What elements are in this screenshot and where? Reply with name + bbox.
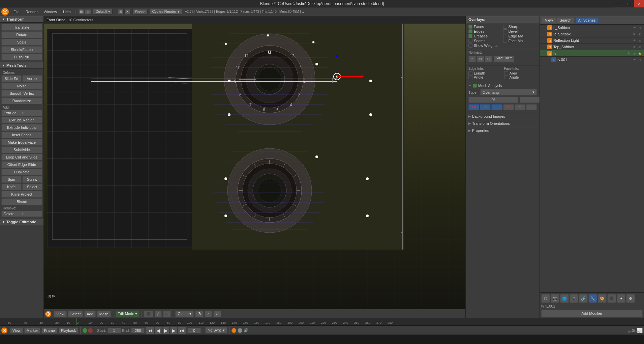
start-frame-input[interactable] bbox=[108, 328, 121, 333]
faces-checkbox[interactable] bbox=[468, 25, 472, 29]
render-icon[interactable]: ◎ bbox=[637, 32, 642, 36]
prop-modifier-icon[interactable]: 🔧 bbox=[588, 294, 597, 303]
axis-plus-z-btn[interactable]: +Z bbox=[491, 104, 502, 110]
vt-select-btn[interactable]: Select bbox=[68, 311, 83, 317]
axis-x-btn[interactable]: X bbox=[503, 104, 514, 110]
normals-face-btn[interactable]: ◻ bbox=[477, 56, 484, 62]
footer-frame-btn[interactable]: Frame bbox=[42, 327, 57, 334]
sharp-checkbox[interactable] bbox=[503, 25, 507, 29]
smooth-vertex-btn[interactable]: Smooth Vertex bbox=[1, 90, 42, 97]
menu-render[interactable]: Render bbox=[23, 9, 40, 15]
add-modifier-btn[interactable]: Add Modifier bbox=[541, 310, 643, 317]
vis-icon[interactable]: 👁 bbox=[632, 57, 637, 62]
outliner-item-r-softbox[interactable]: ◻ R_Softbox 👁 ◎ bbox=[540, 31, 644, 37]
vis-icon[interactable]: 👁 bbox=[632, 45, 637, 49]
select-btn[interactable]: Select bbox=[22, 183, 42, 190]
vt-proportional-btn[interactable]: ○ bbox=[205, 311, 212, 317]
extrude-region-btn[interactable]: Extrude Region bbox=[1, 117, 42, 123]
prev-keyframe-btn[interactable]: ⏮ bbox=[146, 327, 154, 334]
menu-help[interactable]: Help bbox=[60, 9, 73, 15]
bg-images-collapsed[interactable]: ▶ Background Images bbox=[468, 114, 537, 118]
edge-ma-checkbox[interactable] bbox=[503, 34, 507, 38]
lock-icon[interactable]: 🔒 bbox=[637, 51, 642, 56]
outliner-item-l-softbox[interactable]: ◻ L_Softbox 👁 ◎ bbox=[540, 25, 644, 31]
render-icon[interactable]: ◎ bbox=[637, 38, 642, 43]
search-tab[interactable]: Search bbox=[557, 17, 575, 23]
seams-checkbox[interactable] bbox=[468, 39, 472, 43]
prop-material-icon[interactable]: 🎨 bbox=[598, 294, 607, 303]
slide-edge-btn[interactable]: Slide Ed bbox=[1, 75, 22, 82]
prop-constraint-icon[interactable]: 🔗 bbox=[579, 294, 588, 303]
offset-edge-slide-btn[interactable]: Offset Edge Slide bbox=[1, 161, 42, 168]
mesh-analysis-toggle[interactable] bbox=[473, 84, 477, 88]
angle-input-1[interactable] bbox=[468, 97, 518, 103]
extrude-dropdown[interactable]: Extrude ▾ bbox=[1, 110, 42, 116]
view-tab[interactable]: View bbox=[542, 17, 556, 23]
vt-onion-btn[interactable]: ⊙ bbox=[213, 311, 221, 317]
next-keyframe-btn[interactable]: ⏭ bbox=[178, 327, 186, 334]
extrude-individual-btn[interactable]: Extrude Individual bbox=[1, 124, 42, 131]
viewport-3d[interactable]: Front Ortho 10 Centimeters bbox=[44, 16, 465, 318]
vt-add-btn[interactable]: Add bbox=[84, 311, 96, 317]
scene-name[interactable]: Scene bbox=[132, 9, 148, 15]
scene-btn[interactable]: ✕ bbox=[124, 9, 130, 14]
axis-y-btn[interactable]: Y bbox=[515, 104, 525, 110]
play-btn[interactable]: ▶ bbox=[162, 327, 170, 334]
delete-dropdown[interactable]: Delete ▾ bbox=[1, 211, 42, 217]
knife-project-btn[interactable]: Knife Project bbox=[1, 191, 42, 198]
subdivide-btn[interactable]: Subdivide bbox=[1, 146, 42, 153]
maximize-button[interactable]: □ bbox=[624, 0, 634, 7]
edges-checkbox[interactable] bbox=[468, 29, 472, 33]
toggle-editmode-header[interactable]: ▼ Toggle Editmode bbox=[0, 219, 43, 225]
layout-btn2[interactable]: ⊞ bbox=[118, 9, 124, 14]
make-edge-face-btn[interactable]: Make Edge/Face bbox=[1, 139, 42, 146]
face-ma-checkbox[interactable] bbox=[503, 39, 507, 43]
face-angle-checkbox[interactable] bbox=[504, 75, 508, 79]
record-btn-green[interactable] bbox=[83, 328, 87, 333]
knife-btn[interactable]: Knife bbox=[1, 183, 22, 190]
randomize-btn[interactable]: Randomize bbox=[1, 97, 42, 104]
normals-split-btn[interactable]: ⬡ bbox=[485, 56, 492, 62]
vis-icon[interactable]: 👁 bbox=[626, 51, 631, 56]
render-icon[interactable]: ◎ bbox=[637, 57, 642, 62]
prop-particles-icon[interactable]: ✦ bbox=[617, 294, 625, 303]
footer-marker-btn[interactable]: Marker bbox=[24, 327, 40, 334]
minimize-button[interactable]: ─ bbox=[614, 0, 624, 7]
layout-list-btn[interactable]: ✕ bbox=[85, 9, 91, 14]
show-weights-checkbox[interactable] bbox=[468, 44, 472, 48]
vt-vertex-mode[interactable]: ⬛ bbox=[144, 311, 153, 317]
next-frame-btn[interactable]: ▶ bbox=[170, 327, 177, 334]
vt-snap-btn[interactable]: ⦿ bbox=[195, 311, 204, 317]
bevel-checkbox[interactable] bbox=[503, 29, 507, 33]
screw-btn[interactable]: Screw bbox=[22, 176, 42, 183]
type-dropdown[interactable]: Overhang ▾ bbox=[480, 89, 537, 95]
outliner-item-tv-001[interactable]: ◇ tv.001 👁 ◎ bbox=[540, 57, 644, 63]
axis-z-btn[interactable]: Z bbox=[526, 104, 537, 110]
face-area-checkbox[interactable] bbox=[504, 71, 508, 75]
all-scenes-tab[interactable]: All Scenes bbox=[575, 17, 599, 23]
record-btn-red[interactable] bbox=[88, 328, 93, 333]
edge-length-checkbox[interactable] bbox=[468, 71, 472, 75]
transform-section-header[interactable]: ▼ Transform bbox=[0, 16, 43, 23]
transform-orientations-collapsed[interactable]: ▶ Transform Orientations bbox=[468, 121, 537, 125]
vt-mesh-btn[interactable]: Mesh bbox=[97, 311, 111, 317]
render-icon[interactable]: ◎ bbox=[637, 25, 642, 30]
angle-input-2[interactable] bbox=[520, 97, 540, 103]
menu-window[interactable]: Window bbox=[41, 9, 60, 15]
prop-physics-icon[interactable]: ⚙ bbox=[626, 294, 635, 303]
prop-world-icon[interactable]: 🌐 bbox=[560, 294, 569, 303]
prev-frame-btn[interactable]: ◀ bbox=[155, 327, 162, 334]
close-button[interactable]: ✕ bbox=[634, 0, 644, 7]
prop-texture-icon[interactable]: ⬛ bbox=[607, 294, 616, 303]
scale-btn[interactable]: Scale bbox=[1, 39, 42, 46]
edge-angle-checkbox[interactable] bbox=[468, 75, 472, 79]
push-pull-btn[interactable]: Push/Pull bbox=[1, 54, 42, 60]
viewport-canvas[interactable]: 12 1 2 3 4 5 6 7 8 9 10 11 U bbox=[44, 24, 465, 309]
spin-btn[interactable]: Spin bbox=[1, 176, 22, 183]
outliner-item-reflection-light[interactable]: ◻ Reflection Light 👁 ◎ bbox=[540, 37, 644, 44]
no-sync-btn[interactable]: No Sync ▾ bbox=[205, 327, 227, 334]
prop-scene-icon[interactable]: ⬡ bbox=[541, 294, 550, 303]
layout-grid-btn[interactable]: ⊞ bbox=[78, 9, 84, 14]
outliner-item-tv[interactable]: ◻ tv 👁 ◎ 🔒 bbox=[540, 50, 644, 57]
footer-view-btn[interactable]: View bbox=[10, 327, 23, 334]
